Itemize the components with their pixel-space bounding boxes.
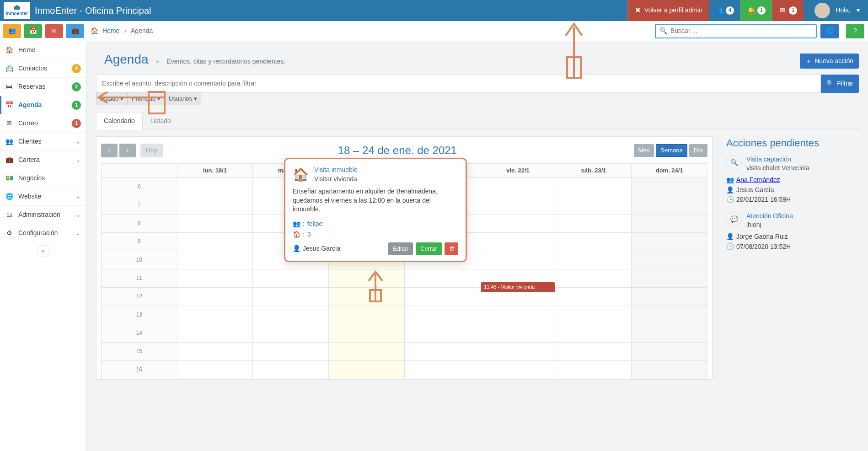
calendar-cell[interactable]: [556, 288, 632, 306]
topbar-contacts-button[interactable]: 👥 4: [709, 0, 740, 21]
calendar-cell[interactable]: [632, 306, 707, 324]
popover-type[interactable]: Visita inmueble: [314, 166, 358, 173]
prev-week-button[interactable]: ‹: [101, 144, 118, 157]
calendar-cell[interactable]: [328, 361, 404, 379]
calendar-cell[interactable]: [632, 324, 707, 343]
calendar-cell[interactable]: [404, 361, 480, 379]
sidebar-item-agenda[interactable]: 📅Agenda1: [0, 96, 86, 114]
pending-item[interactable]: 🔍 Visita captación visita chalet Venecio…: [726, 155, 859, 173]
quick-calendar-button[interactable]: 📅: [24, 24, 42, 38]
calendar-cell[interactable]: [556, 269, 632, 288]
calendar-cell[interactable]: [177, 196, 253, 215]
sidebar-item-cartera[interactable]: 💼Cartera⌄: [0, 151, 86, 169]
popover-property[interactable]: 3: [307, 230, 311, 239]
topbar-notifications-button[interactable]: 🔔 1: [740, 0, 772, 21]
calendar-cell[interactable]: [253, 288, 329, 306]
quick-portfolio-button[interactable]: 💼: [66, 24, 84, 38]
calendar-cell[interactable]: [480, 233, 556, 251]
calendar-cell[interactable]: [328, 343, 404, 361]
calendar-cell[interactable]: [177, 343, 253, 361]
calendar-cell[interactable]: [556, 324, 632, 343]
filter-button[interactable]: 🔍Filtrar: [821, 75, 859, 93]
next-week-button[interactable]: ›: [119, 144, 136, 157]
calendar-cell[interactable]: [632, 361, 707, 379]
topbar-mail-button[interactable]: ✉ 1: [772, 0, 804, 21]
filter-text[interactable]: [96, 75, 821, 93]
calendar-cell[interactable]: [253, 324, 329, 343]
calendar-cell[interactable]: [177, 178, 253, 196]
calendar-cell[interactable]: [177, 269, 253, 288]
calendar-cell[interactable]: [632, 178, 707, 196]
calendar-cell[interactable]: [480, 324, 556, 343]
calendar-cell[interactable]: [556, 251, 632, 269]
calendar-cell[interactable]: [177, 288, 253, 306]
calendar-cell[interactable]: [177, 306, 253, 324]
edit-button[interactable]: Editar: [388, 242, 413, 255]
back-to-admin-button[interactable]: ✖ Volver a perfil admin: [627, 0, 709, 21]
calendar-cell[interactable]: [480, 196, 556, 215]
calendar-cell[interactable]: [177, 215, 253, 233]
sidebar-item-correo[interactable]: ✉Correo1: [0, 114, 86, 133]
globe-button[interactable]: 🌐: [820, 24, 839, 38]
calendar-cell[interactable]: [556, 178, 632, 196]
calendar-cell[interactable]: [480, 306, 556, 324]
filter-usuarios[interactable]: Usuarios ▾: [165, 92, 201, 105]
user-menu[interactable]: Hola, ▾: [804, 0, 868, 21]
calendar-event[interactable]: 11:45 - Visitar vivienda: [481, 282, 555, 292]
calendar-cell[interactable]: [556, 343, 632, 361]
logo[interactable]: inmoenter: [4, 2, 30, 19]
breadcrumb-home[interactable]: Home: [102, 27, 119, 36]
calendar-cell[interactable]: [404, 324, 480, 343]
calendar-cell[interactable]: [632, 233, 707, 251]
calendar-cell[interactable]: [404, 288, 480, 306]
calendar-cell[interactable]: [177, 361, 253, 379]
help-button[interactable]: ?: [846, 24, 864, 38]
calendar-cell[interactable]: [253, 269, 329, 288]
calendar-cell[interactable]: [632, 196, 707, 215]
calendar-cell[interactable]: [177, 251, 253, 269]
calendar-cell[interactable]: [556, 233, 632, 251]
calendar-cell[interactable]: [328, 269, 404, 288]
pending-item[interactable]: 💬 Atención Oficina jhiohj: [726, 212, 859, 230]
sidebar-item-reservas[interactable]: 🛏Reservas2: [0, 78, 86, 96]
calendar-cell[interactable]: [177, 324, 253, 343]
calendar-cell[interactable]: [404, 269, 480, 288]
quick-contacts-button[interactable]: 👥: [3, 24, 21, 38]
calendar-cell[interactable]: [404, 343, 480, 361]
sidebar-item-negocios[interactable]: 💵Negocios: [0, 169, 86, 188]
calendar-cell[interactable]: [556, 306, 632, 324]
view-day[interactable]: Día: [689, 144, 707, 157]
calendar-cell[interactable]: [556, 196, 632, 215]
delete-button[interactable]: 🗑: [445, 242, 458, 255]
sidebar-item-configuracion[interactable]: ⚙Configuración⌄: [0, 224, 86, 242]
sidebar-item-website[interactable]: 🌐Website⌄: [0, 188, 86, 206]
calendar-cell[interactable]: [480, 215, 556, 233]
popover-client[interactable]: felipe: [307, 220, 322, 229]
calendar-cell[interactable]: [632, 343, 707, 361]
calendar-cell[interactable]: [480, 178, 556, 196]
calendar-cell[interactable]: [556, 361, 632, 379]
calendar-cell[interactable]: [177, 233, 253, 251]
filter-input[interactable]: [101, 79, 816, 89]
search-box[interactable]: 🔍: [655, 24, 817, 38]
pending-item-type[interactable]: Atención Oficina: [746, 212, 793, 220]
calendar-cell[interactable]: [480, 251, 556, 269]
calendar-cell[interactable]: [480, 343, 556, 361]
sidebar-item-clientes[interactable]: 👥Clientes⌄: [0, 133, 86, 151]
tab-listado[interactable]: Listado: [143, 112, 179, 130]
calendar-cell[interactable]: [253, 361, 329, 379]
calendar-cell[interactable]: [556, 215, 632, 233]
calendar-cell[interactable]: [480, 361, 556, 379]
today-button[interactable]: Hoy: [140, 144, 163, 157]
view-month[interactable]: Mes: [634, 144, 654, 157]
calendar-cell[interactable]: [328, 288, 404, 306]
filter-estado[interactable]: Estado ▾: [96, 92, 128, 105]
view-week[interactable]: Semana: [656, 144, 687, 157]
sidebar-item-administracion[interactable]: 🗂Administración⌄: [0, 206, 86, 224]
tab-calendario[interactable]: Calendario: [96, 112, 143, 130]
close-button[interactable]: Cerrar: [416, 242, 442, 255]
search-input[interactable]: [670, 26, 812, 36]
calendar-cell[interactable]: [632, 251, 707, 269]
calendar-cell[interactable]: [328, 324, 404, 343]
calendar-cell[interactable]: [253, 343, 329, 361]
